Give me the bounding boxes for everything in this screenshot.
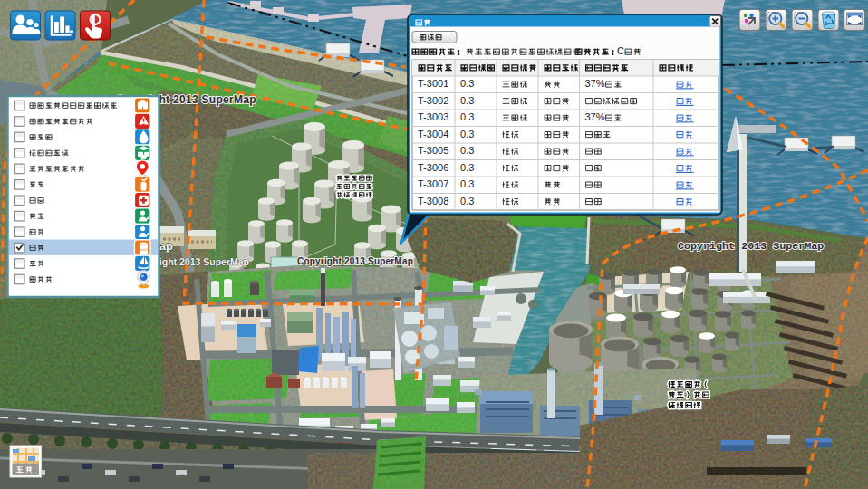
svg-text:T-3002: T-3002 — [418, 95, 448, 106]
svg-text:0.3: 0.3 — [460, 95, 474, 106]
svg-text:T-3005: T-3005 — [418, 145, 448, 156]
svg-text:0.3: 0.3 — [460, 111, 474, 122]
svg-text:0.3: 0.3 — [460, 178, 474, 189]
svg-text:0.3: 0.3 — [460, 162, 474, 173]
svg-text:T-3001: T-3001 — [418, 78, 448, 89]
svg-text:T-3004: T-3004 — [418, 129, 448, 139]
svg-text:Copyright 2013 SuperMap: Copyright 2013 SuperMap — [297, 256, 413, 266]
svg-text:37%: 37% — [585, 111, 605, 122]
svg-text:0.3: 0.3 — [460, 145, 474, 156]
svg-text:0.3: 0.3 — [460, 129, 474, 139]
svg-text:0.3: 0.3 — [460, 196, 474, 206]
svg-text:T-3003: T-3003 — [418, 111, 448, 122]
svg-text:0.3: 0.3 — [460, 78, 474, 89]
svg-text:T-3006: T-3006 — [418, 162, 448, 173]
svg-text:37%: 37% — [585, 78, 605, 89]
svg-text:Copyright 2013 SuperMap: Copyright 2013 SuperMap — [678, 240, 824, 253]
svg-text:T-3008: T-3008 — [418, 196, 448, 206]
svg-text:C: C — [617, 45, 624, 56]
svg-text:T-3007: T-3007 — [418, 178, 448, 189]
